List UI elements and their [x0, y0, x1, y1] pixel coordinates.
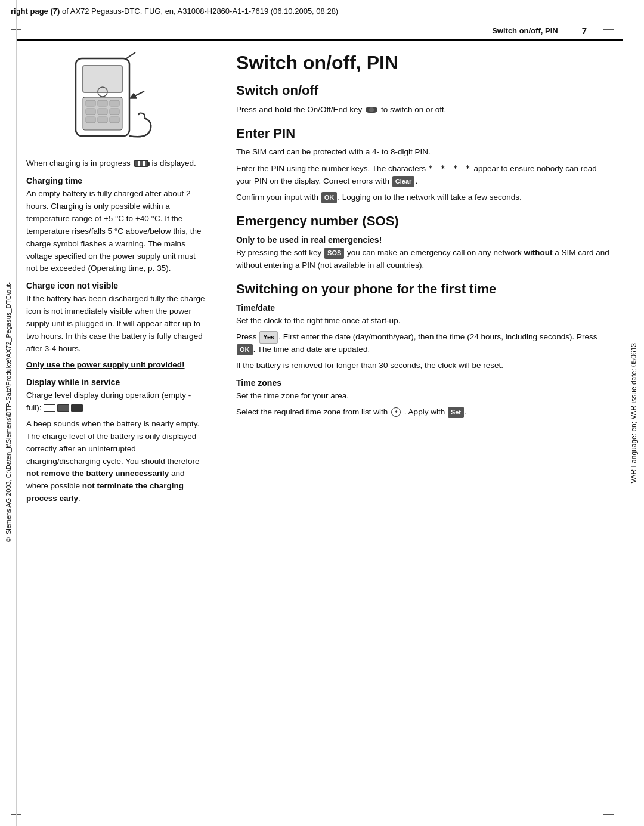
top-bar-rest: of AX72 Pegasus-DTC, FUG, en, A31008-H28… [62, 7, 338, 16]
emergency-body: By pressing the soft key SOS you can mak… [236, 247, 612, 272]
charging-time-body: An empty battery is fully charged after … [26, 188, 208, 275]
phone-key-icon [366, 106, 377, 114]
display-service-heading: Display while in service [26, 378, 208, 387]
right-sidebar-text: VAR Language: en; VAR issue date: 050613 [630, 343, 638, 484]
timedate-para1: Set the clock to the right time once at … [236, 315, 612, 327]
svg-rect-8 [110, 109, 119, 115]
left-sidebar-text: © Siemens AG 2003, C:\Daten_it\Siemens\D… [5, 282, 12, 543]
svg-rect-9 [86, 117, 95, 123]
page-number: 7 [582, 26, 587, 36]
top-bar: right page (7) of AX72 Pegasus-DTC, FUG,… [0, 0, 644, 21]
svg-rect-1 [83, 66, 122, 92]
enter-pin-para3: Confirm your input with OK. Logging on t… [236, 191, 612, 204]
power-supply-warning: Only use the power supply unit provided! [26, 359, 208, 372]
charging-caption: When charging is in progress is displaye… [26, 157, 208, 170]
svg-line-13 [126, 52, 135, 58]
timedate-para2: Press Yes. First enter the date (day/mon… [236, 331, 612, 356]
timezones-para2: Select the required time zone from list … [236, 406, 612, 419]
pin-stars: * * * * [428, 163, 472, 173]
svg-rect-11 [110, 117, 119, 123]
header-right: Switch on/off, PIN 7 [492, 26, 587, 36]
timedate-para3: If the battery is removed for longer tha… [236, 360, 612, 372]
svg-rect-10 [98, 117, 107, 123]
battery-seg-full [71, 404, 83, 412]
enter-pin-para2: Enter the PIN using the number keys. The… [236, 162, 612, 188]
right-column: Switch on/off, PIN Switch on/off Press a… [219, 41, 623, 826]
svg-line-14 [132, 91, 144, 97]
charge-icon-body: If the battery has been discharged fully… [26, 293, 208, 355]
svg-rect-5 [110, 100, 119, 106]
main-content: When charging is in progress is displaye… [17, 41, 623, 826]
svg-rect-3 [86, 100, 95, 106]
switch-onoff-body: Press and hold the On/Off/End key to swi… [236, 104, 612, 116]
yes-button: Yes [259, 331, 278, 344]
charging-time-heading: Charging time [26, 176, 208, 185]
svg-rect-6 [86, 109, 95, 115]
top-bar-bold: right page (7) [11, 7, 60, 16]
timedate-heading: Time/date [236, 303, 612, 313]
left-sidebar: © Siemens AG 2003, C:\Daten_it\Siemens\D… [0, 0, 17, 826]
charge-icon-heading: Charge icon not visible [26, 281, 208, 290]
svg-point-16 [369, 107, 374, 112]
main-title: Switch on/off, PIN [236, 52, 612, 73]
svg-rect-4 [98, 100, 107, 106]
sos-button: SOS [324, 248, 344, 259]
top-bar-text: right page (7) of AX72 Pegasus-DTC, FUG,… [11, 7, 338, 16]
phone-image [58, 52, 177, 148]
timezones-para1: Set the time zone for your area. [236, 390, 612, 403]
clear-button: Clear [392, 176, 415, 187]
enter-pin-heading: Enter PIN [236, 126, 612, 141]
nav-circle-icon [391, 407, 401, 417]
set-button: Set [448, 407, 464, 418]
ok-button-pin: OK [321, 192, 338, 203]
first-time-heading: Switching on your phone for the first ti… [236, 281, 612, 297]
header-section-title: Switch on/off, PIN [492, 26, 558, 35]
timezones-heading: Time zones [236, 378, 612, 388]
header-rule: Switch on/off, PIN 7 [17, 21, 623, 41]
battery-seg-half [57, 404, 69, 412]
power-supply-warning-text: Only use the power supply unit provided! [26, 360, 185, 369]
emergency-heading: Emergency number (SOS) [236, 214, 612, 229]
left-column: When charging is in progress is displaye… [17, 41, 219, 826]
right-sidebar: VAR Language: en; VAR issue date: 050613 [623, 0, 644, 826]
enter-pin-para1: The SIM card can be protected with a 4- … [236, 146, 612, 159]
battery-seg-empty [44, 404, 55, 412]
beep-paragraph: A beep sounds when the battery is nearly… [26, 418, 208, 505]
charging-icon [134, 160, 148, 167]
ok-button-time: OK [237, 344, 253, 355]
switch-onoff-heading: Switch on/off [236, 83, 612, 98]
battery-display [44, 404, 83, 412]
svg-rect-7 [98, 109, 107, 115]
emergency-subheading: Only to be used in real emergencies! [236, 235, 612, 245]
display-service-body: Charge level display during operation (e… [26, 389, 208, 414]
